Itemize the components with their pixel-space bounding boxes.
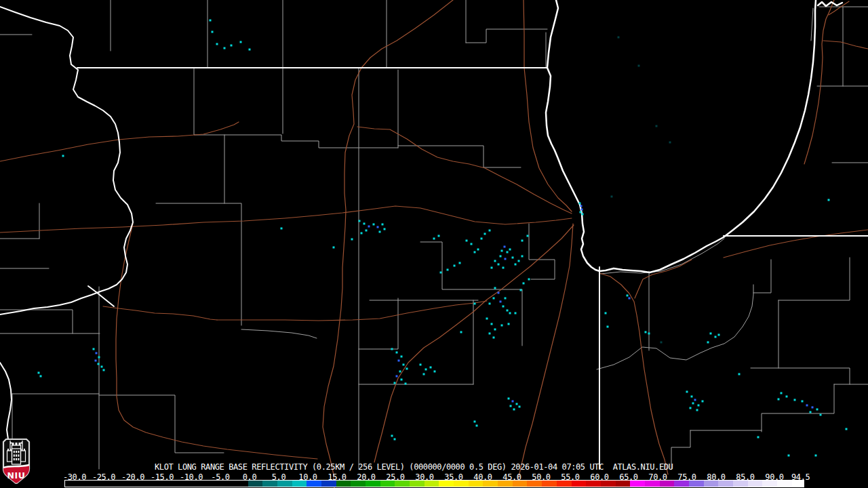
radar-echo	[500, 301, 502, 303]
radar-echo	[224, 47, 226, 49]
radar-echo	[611, 196, 613, 198]
radar-echo	[489, 303, 491, 305]
radar-echo	[494, 260, 496, 262]
radar-echo	[757, 436, 760, 439]
radar-echo	[476, 425, 478, 427]
radar-echo	[471, 243, 473, 245]
radar-echo	[359, 220, 361, 222]
radar-echo	[656, 125, 658, 127]
radar-echo	[846, 428, 848, 430]
radar-echo	[474, 251, 476, 253]
radar-echo	[403, 364, 405, 366]
radar-echo	[618, 37, 620, 39]
radar-echo	[507, 310, 509, 312]
radar-echo	[459, 262, 461, 264]
radar-echo	[582, 214, 584, 216]
radar-echo	[505, 258, 507, 260]
radar-echo	[474, 303, 476, 305]
radar-echo	[394, 439, 396, 441]
radar-echo	[98, 363, 100, 365]
radar-echo	[377, 226, 379, 228]
radar-echo	[515, 312, 517, 314]
radar-echo	[96, 352, 98, 354]
radar-echo	[425, 369, 427, 371]
radar-echo	[581, 209, 583, 211]
radar-echo	[373, 224, 375, 226]
radar-echo	[509, 312, 511, 314]
radar-echo	[501, 250, 503, 252]
radar-echo	[513, 409, 515, 411]
radar-echo	[486, 318, 488, 320]
radar-echo	[363, 223, 366, 225]
radar-echo	[507, 251, 509, 253]
radar-echo	[396, 352, 398, 354]
radar-echo	[440, 272, 442, 274]
radar-echo	[702, 401, 704, 403]
radar-echo	[794, 399, 796, 401]
radar-echo	[498, 264, 500, 266]
radar-echo	[500, 256, 502, 258]
radar-echo	[510, 405, 512, 407]
radar-echo	[669, 142, 671, 144]
lake-shoreline	[546, 0, 842, 272]
radar-echo	[249, 49, 251, 51]
radar-echo	[466, 240, 468, 242]
radar-echo	[438, 235, 440, 237]
radar-echo	[802, 401, 804, 403]
radar-echo	[580, 211, 582, 214]
radar-echo	[101, 366, 103, 368]
radar-echo	[103, 369, 105, 371]
radar-echo	[718, 334, 720, 336]
radar-echo	[781, 392, 783, 394]
radar-echo	[366, 230, 368, 232]
radar-echo	[95, 360, 97, 362]
radar-echo	[491, 267, 493, 269]
radar-echo	[62, 155, 64, 157]
radar-echo	[512, 257, 514, 259]
radar-echo	[333, 247, 335, 249]
radar-echo	[210, 20, 212, 22]
radar-echo	[447, 269, 449, 271]
radar-echo	[491, 323, 493, 325]
radar-echo	[396, 375, 398, 378]
radar-echo	[607, 326, 609, 328]
radar-echo	[489, 333, 491, 335]
radar-echo	[692, 403, 694, 405]
radar-echo	[638, 65, 640, 67]
radar-echo	[494, 329, 496, 331]
radar-echo	[401, 379, 403, 381]
radar-echo	[738, 373, 741, 375]
radar-echo	[433, 238, 435, 240]
radar-screen: NIU KLOT LONG RANGE BASE REFLECTIVITY (0…	[0, 0, 868, 488]
radar-echo	[788, 455, 790, 457]
radar-echo	[696, 409, 698, 411]
radar-echo	[648, 333, 650, 335]
radar-echo	[502, 306, 505, 308]
radar-echo	[686, 391, 688, 393]
radar-map	[0, 0, 868, 488]
radar-echo	[460, 331, 462, 333]
radar-echo	[494, 287, 496, 289]
radar-echo	[379, 231, 381, 233]
radar-echo	[523, 283, 525, 285]
state-lines	[77, 68, 868, 469]
radar-echo	[505, 298, 507, 300]
radar-echo	[580, 205, 583, 207]
radar-echo	[691, 396, 693, 398]
radar-echo	[810, 411, 812, 413]
radar-echo	[216, 43, 218, 45]
radar-echo	[477, 249, 479, 251]
radar-echo	[212, 31, 214, 33]
radar-echo	[93, 348, 95, 350]
radar-echo	[715, 336, 717, 338]
radar-echo	[521, 256, 524, 258]
radar-echo	[528, 279, 530, 281]
radar-echo	[516, 403, 518, 405]
radar-echo	[423, 373, 425, 375]
roads	[0, 0, 868, 488]
radar-echo	[515, 264, 517, 266]
radar-echo	[501, 325, 503, 327]
radar-echo	[605, 312, 607, 314]
radar-echo	[504, 246, 506, 248]
radar-echo	[527, 235, 529, 237]
